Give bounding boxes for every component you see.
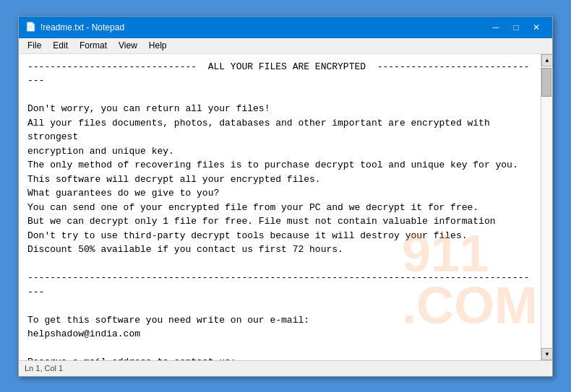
title-bar-left: 📄 !readme.txt - Notepad — [25, 22, 124, 33]
status-bar: Ln 1, Col 1 — [19, 360, 552, 376]
content-area: ------------------------------ ALL YOUR … — [19, 54, 552, 360]
menu-file[interactable]: File — [22, 39, 47, 52]
vertical-scrollbar[interactable]: ▲ ▼ — [541, 54, 552, 360]
menu-help[interactable]: Help — [143, 39, 173, 52]
scroll-up-button[interactable]: ▲ — [541, 54, 552, 66]
minimize-button[interactable]: ─ — [486, 19, 506, 35]
close-button[interactable]: ✕ — [526, 19, 546, 35]
notepad-window: 📄 !readme.txt - Notepad ─ □ ✕ File Edit … — [18, 16, 553, 377]
window-controls: ─ □ ✕ — [486, 19, 546, 35]
menu-bar: File Edit Format View Help — [19, 38, 552, 54]
menu-view[interactable]: View — [113, 39, 143, 52]
scroll-down-button[interactable]: ▼ — [541, 348, 552, 360]
scroll-thumb[interactable] — [541, 68, 551, 97]
app-icon: 📄 — [25, 22, 36, 33]
window-title: !readme.txt - Notepad — [40, 22, 124, 32]
status-text: Ln 1, Col 1 — [25, 364, 63, 373]
menu-edit[interactable]: Edit — [47, 39, 74, 52]
title-bar: 📄 !readme.txt - Notepad ─ □ ✕ — [19, 17, 552, 38]
text-editor[interactable]: ------------------------------ ALL YOUR … — [19, 54, 541, 360]
maximize-button[interactable]: □ — [506, 19, 526, 35]
scroll-track[interactable] — [541, 66, 552, 348]
menu-format[interactable]: Format — [74, 39, 113, 52]
